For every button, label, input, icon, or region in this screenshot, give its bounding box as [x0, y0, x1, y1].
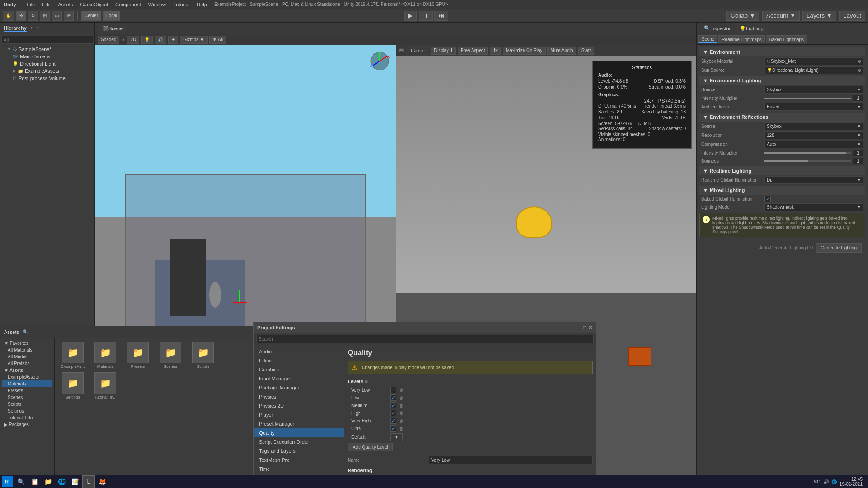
transform-tool[interactable]: ⊕	[64, 11, 74, 21]
lighting-mode-dropdown[interactable]: Shadowmask ▼	[764, 203, 863, 211]
inspector-tab[interactable]: 🔍 Inspector	[699, 23, 735, 34]
ps-close-btn[interactable]: ✕	[588, 324, 593, 331]
taskbar-volume[interactable]: 🔊	[823, 479, 829, 484]
level-veryhigh-check[interactable]: ✓	[390, 418, 396, 424]
ambient-dropdown[interactable]: Baked ▼	[764, 103, 863, 111]
ps-audio[interactable]: Audio	[254, 347, 344, 356]
display-btn[interactable]: Display 1	[431, 47, 456, 55]
scenes-tree[interactable]: Scenes	[2, 394, 52, 401]
hierarchy-item-exampleassets[interactable]: ▶ 📁 ExampleAssets	[0, 67, 94, 75]
levels-menu-icon[interactable]: ≡	[365, 379, 368, 384]
scale-tool[interactable]: ⊞	[40, 11, 50, 21]
resolution-dropdown[interactable]: 128 ▼	[764, 131, 863, 139]
ps-script-execution[interactable]: Script Execution Order	[254, 437, 344, 446]
quality-name-value[interactable]: Very Low	[429, 456, 593, 464]
2d-btn[interactable]: 2D	[127, 36, 139, 44]
ps-preset-manager[interactable]: Preset Manager	[254, 419, 344, 428]
scene-subtab[interactable]: Scene	[698, 35, 717, 43]
ps-time[interactable]: Time	[254, 465, 344, 474]
skybox-circle[interactable]: ⊙	[858, 59, 861, 64]
favorites-tree[interactable]: ▼ Favorites	[2, 340, 52, 347]
realtime-lightmaps-subtab[interactable]: Realtime Lightmaps	[718, 35, 764, 43]
scale-btn[interactable]: 1x	[490, 47, 501, 55]
layers-button[interactable]: Layers ▼	[802, 11, 836, 21]
ref-source-dropdown[interactable]: Skybox ▼	[764, 122, 863, 130]
presets-tree[interactable]: Presets	[2, 387, 52, 394]
level-verylow-check[interactable]	[390, 387, 396, 393]
menu-help[interactable]: Help	[197, 2, 207, 7]
ps-physics-2d[interactable]: Physics 2D	[254, 401, 344, 410]
scene-all-btn[interactable]: ▼ All	[209, 36, 226, 44]
scene-tab[interactable]: 🎬 Scene	[98, 23, 127, 34]
taskbar-browser[interactable]: 🌐	[55, 475, 68, 488]
compression-dropdown[interactable]: Auto ▼	[764, 141, 863, 148]
menu-file[interactable]: File	[27, 2, 35, 7]
asset-presets[interactable]: 📁 Presets	[123, 342, 152, 369]
bounces-slider[interactable]	[764, 160, 851, 162]
generate-lighting-btn[interactable]: Generate Lighting	[816, 243, 862, 253]
layout-button[interactable]: Layout	[839, 11, 865, 21]
ref-intensity-slider[interactable]	[764, 152, 851, 154]
level-ultra-check[interactable]: ✓	[390, 425, 396, 432]
hand-tool[interactable]: ✋	[3, 11, 14, 21]
intensity-slider[interactable]	[764, 98, 851, 99]
taskbar-firefox[interactable]: 🦊	[96, 475, 108, 488]
ps-graphics[interactable]: Graphics	[254, 365, 344, 374]
asset-materials[interactable]: 📁 Materials	[91, 342, 120, 369]
menu-tutorial[interactable]: Tutorial	[173, 2, 189, 7]
rt-gi-dropdown[interactable]: Di... ▼	[764, 176, 863, 184]
ps-input-manager[interactable]: Input Manager	[254, 374, 344, 383]
mute-btn[interactable]: Mute Audio	[547, 47, 576, 55]
taskbar-explorer[interactable]: 📁	[42, 475, 54, 488]
hierarchy-add[interactable]: +	[30, 26, 33, 31]
assets-tree[interactable]: ▼ Assets	[2, 367, 52, 374]
taskbar-unity[interactable]: U	[82, 475, 95, 488]
game-tab[interactable]: Game	[406, 45, 429, 56]
fx-btn[interactable]: ✦	[168, 36, 178, 44]
skybox-mat-value[interactable]: ⬡ Skybox_Mat ⊙	[764, 57, 863, 65]
ps-search-input[interactable]	[256, 335, 594, 343]
level-ultra-trash[interactable]: 🗑	[399, 426, 404, 431]
menu-edit[interactable]: Edit	[42, 2, 51, 7]
ps-package-manager[interactable]: Package Manager	[254, 383, 344, 392]
space-btn[interactable]: Local	[103, 11, 120, 21]
maximize-btn[interactable]: Maximize On Play	[503, 47, 546, 55]
hierarchy-tab[interactable]: Hierarchy	[4, 25, 27, 32]
mixed-lighting-section[interactable]: ▼ Mixed Lighting	[699, 186, 865, 195]
taskbar-vscode[interactable]: 📝	[69, 475, 81, 488]
baked-gi-checkbox[interactable]: ✓	[764, 196, 771, 202]
collab-button[interactable]: Collab ▼	[726, 11, 760, 21]
lighting-tab[interactable]: 💡 Lighting	[735, 23, 768, 34]
asset-scenes[interactable]: 📁 Scenes	[156, 342, 185, 369]
realtime-lighting-section[interactable]: ▼ Realtime Lighting	[699, 166, 865, 175]
menu-gameobject[interactable]: GameObject	[80, 2, 108, 7]
level-low-trash[interactable]: 🗑	[399, 395, 404, 400]
environment-section[interactable]: ▼ Environment	[699, 47, 865, 56]
lighting-btn[interactable]: 💡	[141, 36, 153, 44]
ps-minimize-btn[interactable]: —	[576, 324, 581, 331]
audio-btn[interactable]: 🔊	[155, 36, 166, 44]
settings-tree[interactable]: Settings	[2, 408, 52, 414]
ps-editor[interactable]: Editor	[254, 356, 344, 365]
asset-tutorial[interactable]: 📁 Tutorial_In...	[91, 372, 120, 399]
env-reflections-section[interactable]: ▼ Environment Reflections	[699, 113, 865, 122]
level-medium-trash[interactable]: 🗑	[399, 403, 404, 408]
rect-tool[interactable]: ▭	[52, 11, 62, 21]
level-high-trash[interactable]: 🗑	[399, 411, 404, 416]
level-verylow-trash[interactable]: 🗑	[399, 388, 404, 393]
asset-settings[interactable]: 📁 Settings	[58, 372, 87, 399]
move-tool[interactable]: ✛	[16, 11, 26, 21]
assets-search[interactable]: 🔍	[23, 329, 28, 334]
start-button[interactable]: ⊞	[2, 476, 13, 487]
menu-component[interactable]: Component	[115, 2, 141, 7]
taskbar-search[interactable]: 🔍	[14, 475, 27, 488]
rotate-tool[interactable]: ↻	[28, 11, 38, 21]
ps-quality[interactable]: Quality	[254, 428, 344, 437]
level-medium-check[interactable]: ✓	[390, 402, 396, 408]
ps-vfx[interactable]: VFX	[254, 474, 344, 475]
play-button[interactable]: ▶	[404, 11, 417, 21]
materials-tree[interactable]: Materials	[2, 380, 52, 387]
ps-textmesh-pro[interactable]: TextMesh Pro	[254, 455, 344, 465]
level-high-check[interactable]: ✓	[390, 410, 396, 416]
scripts-tree[interactable]: Scripts	[2, 401, 52, 408]
